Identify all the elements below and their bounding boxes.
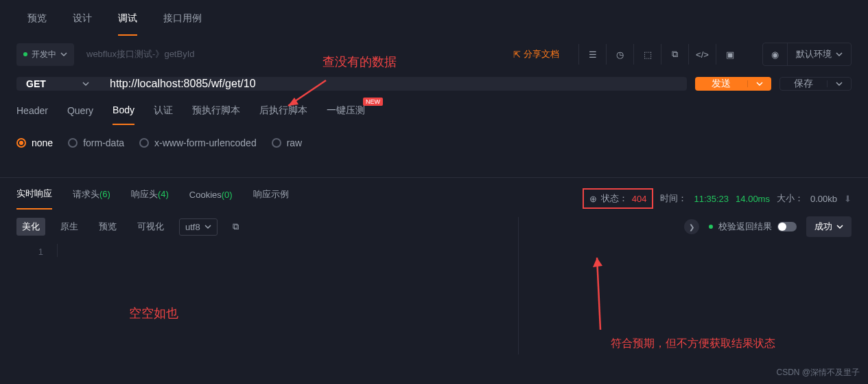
download-icon[interactable]: ⬇: [844, 194, 852, 204]
radio-icon: [139, 138, 149, 148]
history-icon[interactable]: ◷: [606, 44, 633, 65]
view-preview[interactable]: 预览: [93, 218, 122, 236]
list-icon[interactable]: ☰: [578, 44, 606, 65]
globe-icon: ⊕: [589, 194, 597, 204]
environment-select[interactable]: ◉ 默认环境: [762, 43, 852, 66]
status-dot-icon: [709, 225, 713, 229]
save-dropdown[interactable]: [827, 80, 851, 87]
annotation-no-data: 查没有的数据: [322, 54, 397, 70]
share-icon: ⇱: [513, 49, 521, 60]
tab-design[interactable]: 设计: [73, 12, 92, 36]
api-status-select[interactable]: 开发中: [16, 43, 74, 66]
encoding-select[interactable]: utf8: [179, 218, 218, 236]
validate-result-toggle[interactable]: 校验返回结果: [709, 221, 797, 233]
response-status-highlight: ⊕ 状态： 404: [583, 188, 654, 209]
subtab-header[interactable]: Header: [16, 105, 48, 124]
toggle-switch[interactable]: [777, 222, 797, 231]
annotation-empty: 空空如也: [129, 305, 178, 321]
response-body: 1: [0, 244, 868, 257]
copy-icon[interactable]: ⧉: [661, 44, 688, 65]
subtab-post-script[interactable]: 后执行脚本: [259, 104, 307, 125]
send-dropdown[interactable]: [747, 80, 771, 87]
resptab-respheaders[interactable]: 响应头(4): [131, 188, 169, 209]
subtab-query[interactable]: Query: [67, 105, 93, 124]
api-name-input[interactable]: webflux接口测试-》getById: [80, 43, 508, 66]
tab-debug[interactable]: 调试: [118, 12, 137, 36]
status-label: 状态：: [601, 192, 628, 205]
time-value: 11:35:23: [694, 194, 729, 204]
size-label: 大小：: [777, 192, 804, 205]
resptab-cookies[interactable]: Cookies(0): [189, 190, 233, 208]
view-visual[interactable]: 可视化: [132, 218, 169, 236]
view-pretty[interactable]: 美化: [16, 218, 45, 236]
body-type-urlencoded[interactable]: x-www-form-urlencoded: [139, 137, 257, 148]
subtab-auth[interactable]: 认证: [154, 104, 173, 125]
chevron-down-icon: [82, 80, 89, 87]
line-number: 1: [16, 244, 58, 257]
toolbar-icons: ☰ ◷ ⬚ ⧉ </> ▣: [578, 44, 743, 65]
body-type-formdata[interactable]: form-data: [68, 137, 124, 148]
size-value: 0.00kb: [810, 194, 837, 204]
status-label: 开发中: [32, 49, 56, 60]
send-button[interactable]: 发送: [695, 77, 771, 91]
annotation-expected: 符合预期，但不方便获取结果状态: [611, 337, 775, 351]
status-value: 404: [632, 194, 647, 204]
resptab-reqheaders[interactable]: 请求头(6): [73, 188, 110, 209]
tab-cases[interactable]: 接口用例: [163, 12, 202, 36]
view-raw[interactable]: 原生: [55, 218, 84, 236]
resptab-realtime[interactable]: 实时响应: [16, 188, 52, 210]
radio-icon: [16, 138, 26, 148]
eye-icon: ◉: [771, 49, 779, 60]
watermark: CSDN @深情不及里子: [776, 367, 860, 379]
collapse-panel-button[interactable]: ❯: [684, 219, 699, 234]
copy-response-icon[interactable]: ⧉: [227, 218, 244, 235]
time-label: 时间：: [660, 192, 687, 205]
http-method-select[interactable]: GET: [16, 77, 99, 91]
body-type-raw[interactable]: raw: [272, 137, 303, 148]
arrow-icon: [583, 251, 624, 333]
success-dropdown[interactable]: 成功: [806, 216, 852, 237]
radio-icon: [272, 138, 281, 148]
duration-value: 14.00ms: [736, 194, 770, 204]
subtab-body[interactable]: Body: [113, 104, 134, 125]
code-content[interactable]: [58, 244, 852, 257]
status-dot-icon: [23, 52, 27, 56]
box-icon[interactable]: ▣: [716, 44, 743, 65]
save-button[interactable]: 保存: [779, 77, 852, 91]
radio-icon: [68, 138, 78, 148]
chevron-down-icon: [60, 51, 67, 58]
url-input[interactable]: http://localhost:8085/wf/get/10: [99, 77, 687, 91]
share-doc-link[interactable]: ⇱ 分享文档: [513, 48, 559, 60]
subtab-pre-script[interactable]: 预执行脚本: [192, 104, 240, 125]
body-type-none[interactable]: none: [16, 137, 53, 148]
tab-preview[interactable]: 预览: [27, 12, 47, 36]
resptab-example[interactable]: 响应示例: [253, 188, 289, 209]
new-badge: NEW: [363, 98, 383, 106]
lock-icon[interactable]: ⬚: [633, 44, 661, 65]
code-icon[interactable]: </>: [688, 44, 716, 65]
chevron-down-icon: [836, 51, 843, 58]
subtab-stress[interactable]: 一键压测 NEW: [327, 104, 365, 125]
